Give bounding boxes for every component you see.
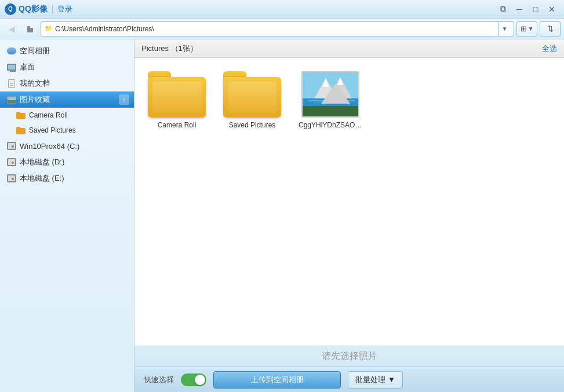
- svg-rect-0: [27, 28, 33, 32]
- svg-rect-9: [308, 100, 355, 101]
- folder-body-2: [223, 77, 281, 118]
- svg-rect-8: [303, 106, 359, 118]
- camera-roll-folder-large: [148, 71, 206, 118]
- folder-name: Pictures: [141, 44, 169, 53]
- win10-hdd-icon: [7, 141, 16, 151]
- sidebar-label-cloud-album: 空间相册: [20, 46, 129, 56]
- sidebar: 空间相册 桌面 我的文档 图片收藏 ↑ Camera Roll: [0, 39, 134, 392]
- mountain-svg: [303, 72, 359, 118]
- saved-pictures-label: Saved Pictures: [229, 121, 276, 129]
- forward-button[interactable]: [22, 21, 38, 36]
- batch-process-button[interactable]: 批量处理 ▼: [348, 371, 403, 389]
- sidebar-label-local-e: 本地磁盘 (E:): [20, 173, 129, 184]
- view-toggle-button[interactable]: ⊞ ▼: [516, 21, 537, 36]
- address-icon: 📁: [45, 25, 53, 32]
- up-arrow-icon: ↑: [119, 94, 129, 105]
- content-area: Pictures （1张） 全选 Camera Roll Saved: [134, 39, 564, 392]
- saved-pictures-folder-icon: [16, 126, 26, 135]
- sidebar-item-saved-pictures[interactable]: Saved Pictures: [0, 123, 134, 138]
- pictures-folder-icon: [7, 95, 16, 104]
- photo-thumbnail: [301, 71, 359, 118]
- placeholder-text: 请先选择照片: [134, 346, 564, 367]
- sort-button[interactable]: ⇅: [540, 21, 561, 36]
- quick-select-label: 快速选择: [144, 375, 174, 385]
- titlebar: Q QQ影像 登录 ⧉ ─ □ ✕: [0, 0, 564, 19]
- content-title: Pictures （1张）: [141, 43, 542, 54]
- address-input[interactable]: [55, 25, 496, 33]
- sidebar-item-mydocs[interactable]: 我的文档: [0, 75, 134, 91]
- logo-icon: Q: [5, 3, 16, 15]
- svg-rect-10: [314, 102, 349, 103]
- back-button[interactable]: ◀: [3, 21, 20, 36]
- bottom-bar: 请先选择照片 快速选择 上传到空间相册 批量处理 ▼: [134, 346, 564, 392]
- sidebar-label-pictures: 图片收藏: [20, 94, 115, 105]
- login-button[interactable]: 登录: [57, 4, 72, 14]
- local-e-hdd-icon: [7, 174, 16, 183]
- desktop-icon: [7, 63, 16, 72]
- grid-item-camera-roll[interactable]: Camera Roll: [144, 67, 210, 133]
- select-all-button[interactable]: 全选: [542, 43, 557, 54]
- folder-up-icon: [27, 25, 33, 32]
- sidebar-item-local-d[interactable]: 本地磁盘 (D:): [0, 154, 134, 170]
- grid-item-photo[interactable]: CggYHlYDhZSAOJeA...: [294, 67, 366, 133]
- main-layout: 空间相册 桌面 我的文档 图片收藏 ↑ Camera Roll: [0, 39, 564, 392]
- no-selection-message: 请先选择照片: [322, 350, 377, 362]
- sidebar-label-local-d: 本地磁盘 (D:): [20, 157, 129, 167]
- maximize-button[interactable]: □: [528, 3, 543, 15]
- sidebar-item-desktop[interactable]: 桌面: [0, 59, 134, 75]
- camera-roll-folder-icon: [16, 111, 26, 120]
- app-logo: Q QQ影像: [5, 3, 48, 15]
- saved-pictures-folder-large: [223, 71, 281, 118]
- sidebar-item-cloud-album[interactable]: 空间相册: [0, 43, 134, 59]
- sidebar-label-saved-pictures: Saved Pictures: [29, 126, 129, 134]
- restore-button[interactable]: ⧉: [496, 3, 511, 15]
- window-controls: ⧉ ─ □ ✕: [496, 3, 559, 15]
- sidebar-label-win10-c: Win10Prox64 (C:): [20, 142, 129, 151]
- cloud-album-icon: [7, 46, 16, 56]
- folder-body: [148, 77, 206, 118]
- batch-dropdown-arrow: ▼: [388, 375, 395, 384]
- upload-button-label: 上传到空间相册: [251, 375, 304, 385]
- grid-item-saved-pictures[interactable]: Saved Pictures: [219, 67, 285, 133]
- content-header: Pictures （1张） 全选: [134, 39, 564, 58]
- content-grid: Camera Roll Saved Pictures: [134, 58, 564, 346]
- sidebar-label-mydocs: 我的文档: [20, 78, 129, 89]
- grid-view-icon: ⊞: [521, 24, 527, 33]
- item-count: （1张）: [171, 44, 198, 53]
- svg-rect-1: [27, 26, 30, 28]
- sort-icon: ⇅: [547, 24, 554, 33]
- minimize-button[interactable]: ─: [512, 3, 527, 15]
- sidebar-item-camera-roll[interactable]: Camera Roll: [0, 108, 134, 123]
- bottom-actions: 快速选择 上传到空间相册 批量处理 ▼: [134, 367, 564, 392]
- address-dropdown-button[interactable]: ▼: [498, 21, 510, 36]
- sidebar-item-local-e[interactable]: 本地磁盘 (E:): [0, 170, 134, 186]
- batch-label: 批量处理: [355, 375, 385, 385]
- local-d-hdd-icon: [7, 157, 16, 167]
- upload-button[interactable]: 上传到空间相册: [213, 371, 341, 389]
- document-icon: [7, 79, 16, 88]
- toggle-knob: [195, 375, 205, 385]
- app-title: QQ影像: [19, 4, 48, 14]
- sidebar-label-desktop: 桌面: [20, 62, 129, 72]
- photo-preview: [303, 72, 358, 116]
- view-dropdown-arrow: ▼: [528, 25, 534, 32]
- photo-label: CggYHlYDhZSAOJeA...: [299, 121, 362, 129]
- close-button[interactable]: ✕: [544, 3, 559, 15]
- quick-select-toggle[interactable]: [181, 373, 206, 386]
- address-bar[interactable]: 📁 ▼: [41, 21, 514, 36]
- title-separator: [52, 5, 53, 14]
- camera-roll-label: Camera Roll: [158, 121, 197, 129]
- sidebar-item-pictures[interactable]: 图片收藏 ↑: [0, 91, 134, 108]
- toolbar: ◀ 📁 ▼ ⊞ ▼ ⇅: [0, 19, 564, 39]
- sidebar-label-camera-roll: Camera Roll: [29, 111, 129, 119]
- sidebar-item-win10-c[interactable]: Win10Prox64 (C:): [0, 138, 134, 154]
